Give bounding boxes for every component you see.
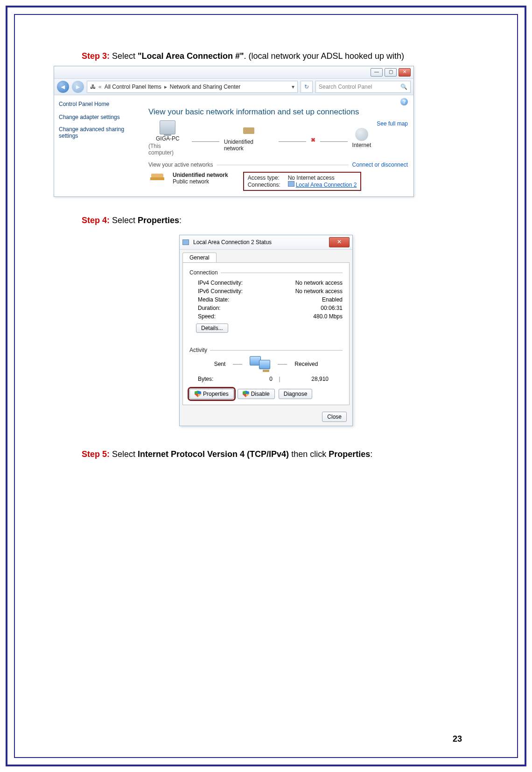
map-link-line (192, 141, 219, 142)
connect-disconnect-link[interactable]: Connect or disconnect (352, 161, 408, 168)
bytes-sent-value: 0 (245, 376, 273, 382)
map-link-line (320, 141, 348, 142)
change-advanced-sharing-link[interactable]: Change advanced sharing settings (59, 126, 138, 139)
local-area-connection-link[interactable]: Local Area Connection 2 (296, 182, 357, 188)
sent-label: Sent (214, 361, 226, 367)
control-panel-home-link[interactable]: Control Panel Home (59, 101, 138, 107)
search-placeholder: Search Control Panel (319, 84, 372, 90)
connection-group-label: Connection (189, 269, 218, 276)
properties-button[interactable]: Properties (189, 389, 234, 399)
access-connections-box: Access type: No Internet access Connecti… (243, 172, 362, 191)
toolbar: ◄ ► 🖧 « All Control Panel Items ▸ Networ… (54, 79, 413, 95)
page-banner: View your basic network information and … (148, 107, 408, 117)
disconnected-icon: ✖ (311, 137, 315, 143)
breadcrumb-arrow-icon: ▸ (164, 84, 167, 90)
globe-icon (355, 128, 368, 141)
activity-group-label: Activity (189, 347, 207, 353)
maximize-button[interactable]: ▢ (385, 68, 397, 77)
page-number: 23 (453, 734, 462, 744)
map-node-network: Unidentified network (224, 125, 274, 152)
breadcrumb-chevrons: « (98, 84, 102, 90)
step3-text: Step 3: Select "Local Area Connection #"… (82, 51, 478, 61)
map-node-internet: Internet (352, 128, 371, 148)
ethernet-icon (288, 181, 294, 187)
search-box[interactable]: Search Control Panel 🔍 (315, 81, 411, 93)
step4-text: Step 4: Select Properties: (82, 216, 478, 225)
computer-icon (160, 120, 175, 134)
map-node-pc: GIGA-PC (This computer) (148, 120, 187, 156)
address-dropdown-icon[interactable]: ▾ (292, 84, 294, 90)
help-icon: ? (400, 98, 408, 105)
active-network-info: Unidentified network Public network (173, 172, 228, 191)
shield-icon (243, 391, 249, 397)
search-icon: 🔍 (400, 84, 407, 90)
change-adapter-settings-link[interactable]: Change adapter settings (59, 114, 138, 120)
ethernet-icon (182, 239, 189, 245)
sidebar: Control Panel Home Change adapter settin… (54, 95, 143, 197)
network-center-window: — ▢ ✕ ◄ ► 🖧 « All Control Panel Items ▸ … (54, 66, 414, 197)
minimize-button[interactable]: — (371, 68, 383, 77)
received-label: Received (294, 361, 318, 367)
forward-button[interactable]: ► (72, 81, 84, 93)
shield-icon (195, 391, 201, 397)
connection-status-dialog: Local Area Connection 2 Status ✕ General… (179, 235, 353, 426)
network-device-icon (241, 125, 256, 138)
close-button[interactable]: Close (322, 412, 347, 422)
disable-button[interactable]: Disable (238, 389, 275, 399)
step5-label: Step 5: (82, 449, 110, 459)
bench-icon (148, 172, 167, 186)
details-button[interactable]: Details... (196, 323, 228, 333)
dialog-close-button[interactable]: ✕ (329, 237, 350, 247)
view-active-label: View your active networks (148, 161, 213, 168)
back-button[interactable]: ◄ (57, 81, 69, 93)
window-titlebar: — ▢ ✕ (54, 66, 413, 79)
refresh-button[interactable]: ↻ (301, 81, 313, 93)
breadcrumb-b[interactable]: Network and Sharing Center (170, 84, 240, 90)
step4-label: Step 4: (82, 216, 110, 225)
help-button[interactable]: ? (148, 98, 408, 105)
address-bar[interactable]: 🖧 « All Control Panel Items ▸ Network an… (87, 81, 298, 93)
general-tab[interactable]: General (182, 253, 217, 262)
step3-label: Step 3: (82, 51, 110, 61)
diagnose-button[interactable]: Diagnose (279, 389, 313, 399)
activity-icon (250, 356, 270, 372)
map-link-line (279, 141, 306, 142)
see-full-map-link[interactable]: See full map (377, 120, 408, 127)
bytes-received-value: 28,910 (287, 376, 343, 382)
dialog-title: Local Area Connection 2 Status (193, 239, 272, 246)
breadcrumb-a[interactable]: All Control Panel Items (105, 84, 161, 90)
close-button[interactable]: ✕ (399, 68, 411, 77)
step5-text: Step 5: Select Internet Protocol Version… (82, 449, 478, 459)
control-panel-icon: 🖧 (90, 84, 96, 90)
